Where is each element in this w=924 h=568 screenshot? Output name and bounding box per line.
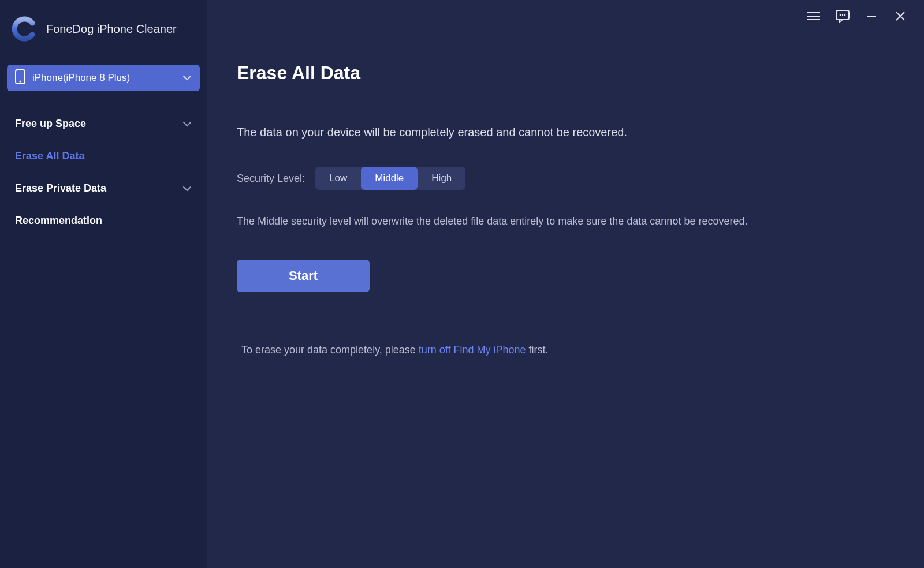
security-level-description: The Middle security level will overwrite… (237, 215, 894, 227)
security-level-label: Security Level: (237, 173, 305, 185)
device-label: iPhone(iPhone 8 Plus) (32, 72, 182, 84)
svg-point-8 (844, 14, 846, 16)
app-title: FoneDog iPhone Cleaner (46, 23, 177, 36)
page-title: Erase All Data (237, 62, 894, 84)
sidebar-item-erase-all-data[interactable]: Erase All Data (7, 140, 200, 172)
chevron-down-icon (182, 73, 192, 83)
svg-point-1 (20, 81, 21, 83)
security-level-options: Low Middle High (315, 167, 465, 190)
footer-note: To erase your data completely, please tu… (237, 344, 894, 356)
minimize-icon[interactable] (864, 9, 879, 24)
svg-point-7 (842, 14, 844, 16)
sidebar-item-label: Erase All Data (15, 150, 192, 162)
main-area: Erase All Data The data on your device w… (207, 0, 924, 568)
sidebar-item-label: Free up Space (15, 118, 182, 130)
sidebar-item-erase-private-data[interactable]: Erase Private Data (7, 172, 200, 204)
security-level-low[interactable]: Low (315, 167, 361, 190)
titlebar (207, 0, 924, 32)
sidebar-item-recommendation[interactable]: Recommendation (7, 204, 200, 237)
feedback-icon[interactable] (835, 9, 850, 24)
chevron-down-icon (182, 118, 192, 130)
close-icon[interactable] (893, 9, 908, 24)
chevron-down-icon (182, 182, 192, 195)
security-level-row: Security Level: Low Middle High (237, 167, 894, 190)
sidebar: FoneDog iPhone Cleaner iPhone(iPhone 8 P… (0, 0, 207, 568)
security-level-high[interactable]: High (418, 167, 465, 190)
phone-icon (15, 69, 25, 87)
divider (237, 100, 894, 100)
description-text: The data on your device will be complete… (237, 126, 894, 139)
app-logo-icon (12, 16, 37, 42)
sidebar-item-label: Erase Private Data (15, 182, 182, 195)
find-my-iphone-link[interactable]: turn off Find My iPhone (419, 344, 526, 356)
sidebar-item-free-up-space[interactable]: Free up Space (7, 107, 200, 140)
security-level-middle[interactable]: Middle (361, 167, 418, 190)
menu-icon[interactable] (806, 9, 821, 24)
footer-suffix: first. (526, 344, 549, 356)
device-selector[interactable]: iPhone(iPhone 8 Plus) (7, 65, 200, 91)
footer-prefix: To erase your data completely, please (241, 344, 419, 356)
logo-row: FoneDog iPhone Cleaner (7, 16, 200, 42)
sidebar-item-label: Recommendation (15, 215, 192, 227)
content: Erase All Data The data on your device w… (207, 32, 924, 356)
svg-point-6 (840, 14, 841, 16)
start-button[interactable]: Start (237, 260, 370, 292)
